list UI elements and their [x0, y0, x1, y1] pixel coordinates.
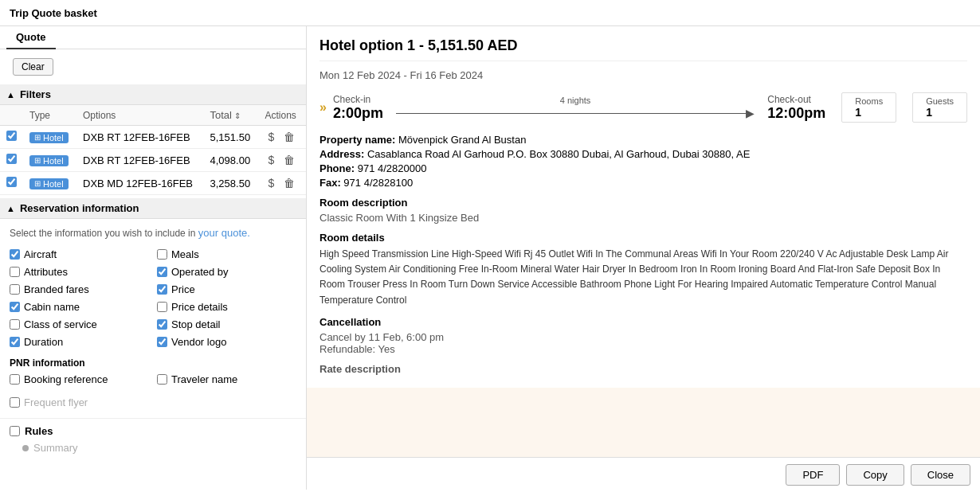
filters-table: Type Options Total ⇕ Actions ⊞Hotel DXB … [0, 105, 306, 195]
pdf-button[interactable]: PDF [786, 464, 840, 486]
checkout-label: Check-out [767, 94, 825, 105]
reservation-label: Reservation information [20, 202, 139, 214]
reservation-body: Select the information you wish to inclu… [0, 219, 306, 418]
res-check-attributes[interactable] [10, 267, 20, 277]
reservation-section-header[interactable]: ▲ Reservation information [0, 198, 306, 219]
reservation-description: Select the information you wish to inclu… [10, 227, 296, 239]
res-check-aircraft[interactable] [10, 249, 20, 260]
arrow-line-bar [396, 113, 746, 114]
rules-section: Rules Summary [0, 418, 306, 462]
tab-quote[interactable]: Quote [6, 26, 56, 49]
sort-icon: ⇕ [234, 111, 241, 120]
copy-button[interactable]: Copy [846, 464, 904, 486]
cancellation-title: Cancellation [319, 316, 967, 328]
res-checkbox-col1-1: Attributes [10, 264, 149, 279]
res-check-vendor-logo[interactable] [157, 337, 167, 347]
arrow-line: ▶ [396, 107, 755, 119]
delete-btn-1[interactable]: 🗑 [280, 152, 298, 168]
clear-button[interactable]: Clear [13, 58, 53, 76]
res-check-meals[interactable] [157, 249, 167, 260]
currency-btn-1[interactable]: $ [265, 152, 278, 168]
checkout-block: Check-out 12:00pm [767, 94, 825, 122]
rooms-label: Rooms [855, 96, 883, 106]
pnr-checkboxes: Booking referenceTraveler name [10, 372, 296, 387]
option-cell-2: DXB MD 12FEB-16FEB [76, 172, 204, 195]
pnr-chk-traveler-name[interactable] [157, 374, 167, 385]
left-panel: Quote Clear ▲ Filters Type Options Total… [0, 26, 307, 490]
option-cell-0: DXB RT 12FEB-16FEB [76, 126, 204, 149]
rules-checkbox[interactable] [10, 426, 20, 436]
row-checkbox-2[interactable] [6, 177, 17, 187]
res-checkbox-col2-0: Meals [157, 247, 296, 262]
checkin-label: Check-in [333, 94, 383, 105]
col-total[interactable]: Total ⇕ [204, 105, 259, 126]
cancel-by: Cancel by 11 Feb, 6:00 pm [319, 331, 967, 343]
room-description-section: Room description Classic Room With 1 Kin… [319, 197, 967, 224]
res-check-operated-by[interactable] [157, 267, 167, 277]
rooms-value: 1 [855, 106, 883, 119]
phone-line: Phone: 971 4/2820000 [319, 162, 967, 174]
delete-btn-0[interactable]: 🗑 [280, 129, 298, 145]
checkin-block: Check-in 2:00pm [333, 94, 383, 122]
table-row: ⊞Hotel DXB RT 12FEB-16FEB 5,151.50 $ 🗑 [0, 126, 306, 149]
res-checkbox-col1-0: Aircraft [10, 247, 149, 262]
currency-btn-2[interactable]: $ [265, 175, 278, 191]
summary-dot [22, 445, 29, 451]
option-cell-1: DXB RT 12FEB-16FEB [76, 149, 204, 172]
delete-btn-2[interactable]: 🗑 [280, 175, 298, 191]
summary-label: Summary [33, 442, 78, 454]
reservation-chevron: ▲ [6, 204, 15, 213]
res-check-price-details[interactable] [157, 302, 167, 312]
pnr-check-col2-0: Traveler name [157, 372, 296, 387]
right-panel: Hotel option 1 - 5,151.50 AED Mon 12 Feb… [307, 26, 980, 490]
pnr-chk-booking-reference[interactable] [10, 374, 20, 385]
pnr-extra-chk-frequent-flyer[interactable] [10, 397, 20, 408]
total-cell-0: 5,151.50 [204, 126, 259, 149]
pnr-check-col1-0: Booking reference [10, 372, 149, 387]
row-checkbox-1[interactable] [6, 154, 17, 164]
res-checkbox-col2-2: Price [157, 282, 296, 297]
address-value: Casablanca Road Al Garhoud P.O. Box 3088… [367, 148, 750, 160]
hotel-badge-0: ⊞Hotel [29, 132, 69, 143]
property-name: Mövenpick Grand Al Bustan [398, 134, 526, 146]
res-check-branded-fares[interactable] [10, 284, 20, 295]
res-check-price[interactable] [157, 284, 167, 295]
property-section: Property name: Mövenpick Grand Al Bustan… [319, 134, 967, 189]
fax-value: 971 4/2828100 [343, 177, 413, 189]
rate-description-section: Rate description [319, 363, 967, 375]
hotel-badge-2: ⊞Hotel [29, 178, 69, 189]
res-checkbox-col1-4: Class of service [10, 317, 149, 332]
guests-value: 1 [926, 106, 954, 119]
table-row: ⊞Hotel DXB MD 12FEB-16FEB 3,258.50 $ 🗑 [0, 172, 306, 195]
hotel-title: Hotel option 1 - 5,151.50 AED [319, 26, 967, 61]
guests-label: Guests [926, 96, 954, 106]
fax-label: Fax: [319, 177, 341, 189]
res-check-class-of-service[interactable] [10, 319, 20, 330]
rules-label: Rules [25, 425, 53, 437]
address-label: Address: [319, 148, 364, 160]
pnr-extra-0: Frequent flyer [10, 395, 296, 410]
rate-desc-title: Rate description [319, 363, 401, 375]
res-checkbox-col2-4: Stop detail [157, 317, 296, 332]
res-checkbox-col2-5: Vendor logo [157, 334, 296, 349]
nights-label: 4 nights [560, 96, 591, 105]
filters-label: Filters [20, 88, 51, 100]
address-line: Address: Casablanca Road Al Garhoud P.O.… [319, 148, 967, 160]
property-name-line: Property name: Mövenpick Grand Al Bustan [319, 134, 967, 146]
reservation-checkboxes: AircraftMealsAttributesOperated byBrande… [10, 247, 296, 349]
cancellation-section: Cancellation Cancel by 11 Feb, 6:00 pm R… [319, 316, 967, 355]
row-checkbox-0[interactable] [6, 131, 17, 141]
pnr-extra-checkboxes: Frequent flyer [10, 395, 296, 410]
filters-section-header[interactable]: ▲ Filters [0, 84, 306, 105]
phone-value: 971 4/2820000 [358, 162, 427, 174]
refundable: Refundable: Yes [319, 343, 967, 355]
phone-label: Phone: [319, 162, 355, 174]
checkout-time: 12:00pm [767, 105, 825, 122]
res-check-stop-detail[interactable] [157, 319, 167, 330]
res-check-duration[interactable] [10, 337, 20, 347]
col-type: Type [23, 105, 76, 126]
close-button[interactable]: Close [911, 464, 970, 486]
res-check-cabin-name[interactable] [10, 302, 20, 312]
currency-btn-0[interactable]: $ [265, 129, 278, 145]
col-actions: Actions [259, 105, 307, 126]
